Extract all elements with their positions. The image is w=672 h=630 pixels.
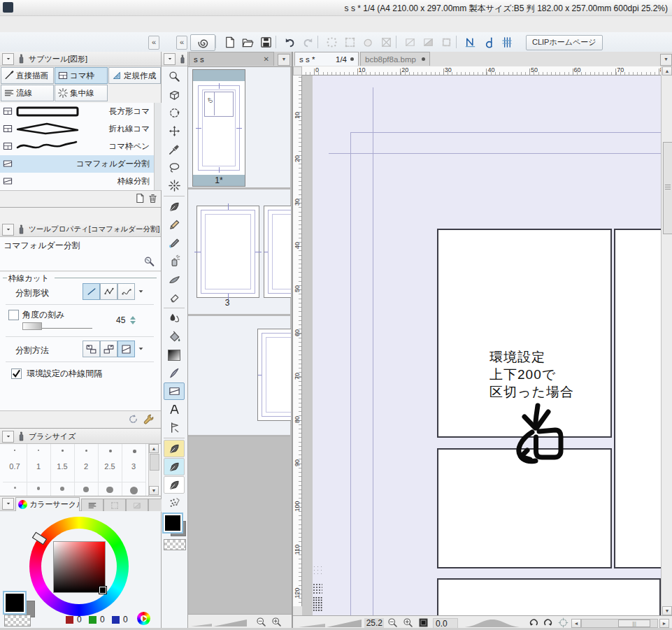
brush-size-row2[interactable] <box>50 482 75 496</box>
subtool-polyline-frame[interactable]: 折れ線コマ <box>0 120 154 138</box>
brush-size-scrollbar[interactable]: ▲▼ <box>148 444 159 496</box>
fill-tool[interactable] <box>164 328 185 345</box>
angle-spinner-down[interactable] <box>130 321 136 324</box>
scale-rotate-button[interactable] <box>378 34 394 50</box>
subtool-border-split[interactable]: 枠線分割 <box>0 173 154 191</box>
rotation-value[interactable]: 0.0 <box>433 618 458 629</box>
decoration-tool[interactable] <box>164 271 185 288</box>
brush-size-1[interactable]: 1 <box>27 444 51 482</box>
brush-tool[interactable] <box>164 234 185 252</box>
rotate-canvas-tool[interactable] <box>164 104 185 122</box>
undo-button[interactable] <box>281 34 298 50</box>
tab-color-history[interactable] <box>148 499 162 513</box>
flip-horizontal-button[interactable] <box>401 34 418 50</box>
comic-frame-bottom[interactable] <box>437 578 661 615</box>
method-dropdown[interactable] <box>136 344 145 353</box>
zoom-slider[interactable] <box>299 620 363 628</box>
canvas-hscrollbar[interactable]: ||| <box>581 619 658 628</box>
snap-to-grid-button[interactable] <box>498 34 515 50</box>
method-2-button[interactable] <box>100 341 117 357</box>
snap-to-special-ruler-button[interactable] <box>480 34 496 50</box>
tool-settings-button[interactable] <box>143 255 155 268</box>
tool-options-button[interactable] <box>143 413 155 425</box>
thumbnail-size-slider[interactable] <box>191 619 248 627</box>
subtool-rectangle-frame[interactable]: 長方形コマ <box>0 103 154 121</box>
hscroll-thumb[interactable]: ||| <box>618 620 650 627</box>
shape-dropdown[interactable] <box>136 287 145 296</box>
quick-pen-cyan-tool[interactable] <box>164 458 185 475</box>
page-thumb-4[interactable] <box>257 329 291 421</box>
tab-stream-line[interactable]: 流線 <box>1 85 54 101</box>
erase-outside-selection-button[interactable] <box>341 34 358 50</box>
zoom-in-button[interactable] <box>402 617 414 629</box>
thumbnail-dropdown[interactable]: ▼ <box>278 54 290 66</box>
save-file-button[interactable] <box>257 34 274 50</box>
method-1-button[interactable] <box>83 341 100 357</box>
figure-tool[interactable] <box>164 364 185 382</box>
page-thumb-1[interactable]: 1*ち <box>192 69 245 187</box>
subtool-frame-pen[interactable]: コマ枠ペン <box>0 138 154 156</box>
redo-button[interactable] <box>299 34 316 50</box>
angle-step-value[interactable]: 45 <box>116 315 125 325</box>
method-3-button[interactable] <box>117 341 135 357</box>
brush-size-row2[interactable] <box>98 482 122 496</box>
erase-button[interactable] <box>323 34 340 50</box>
close-icon[interactable]: ✕ <box>264 55 269 63</box>
brush-size-row2[interactable] <box>3 482 27 496</box>
brush-size-row2[interactable] <box>74 482 99 496</box>
clip-homepage-button[interactable]: CLIPホームページ <box>526 35 603 50</box>
panel-menu-button[interactable] <box>2 53 14 65</box>
transparent-color-swatch[interactable] <box>4 615 31 627</box>
panel-menu-button[interactable] <box>164 53 176 65</box>
document-tab-dropdown[interactable]: ▼ <box>660 54 672 66</box>
brush-size-row2[interactable] <box>122 482 146 496</box>
bitmap-tab[interactable]: bcb8pf8a.bmp <box>360 52 430 66</box>
brush-size-0.7[interactable]: 0.7 <box>3 444 27 482</box>
rotation-slider[interactable] <box>462 619 522 628</box>
thumb-zoom-in-button[interactable] <box>271 616 283 628</box>
clip-studio-button[interactable] <box>190 34 215 51</box>
brush-size-row2[interactable] <box>27 482 51 496</box>
subtool-frame-folder-split[interactable]: コマフォルダー分割 <box>0 155 154 173</box>
rotate-right-button[interactable] <box>542 617 554 629</box>
tab-color-wheel[interactable]: カラーサークル <box>15 497 80 511</box>
delete-subtool-button[interactable] <box>147 192 159 204</box>
correct-line-tool[interactable] <box>164 419 185 436</box>
foreground-color-swatch[interactable] <box>164 514 182 532</box>
document-tab[interactable]: s s *1/4 <box>294 52 359 66</box>
env-spacing-checkbox[interactable] <box>11 368 22 379</box>
shape-curve-button[interactable] <box>117 283 135 300</box>
brush-size-2[interactable]: 2 <box>74 444 99 482</box>
brush-size-1.5[interactable]: 1.5 <box>50 444 75 482</box>
tab-direct-draw[interactable]: 直接描画 <box>1 67 54 84</box>
angle-slider-handle[interactable] <box>22 322 42 330</box>
comic-frame-right[interactable] <box>614 229 661 568</box>
add-subtool-button[interactable] <box>134 192 146 204</box>
canvas-viewport[interactable]: 環境設定上下200で区切った場合 <box>302 76 661 615</box>
tab-frame-border[interactable]: コマ枠 <box>55 67 108 84</box>
pages-tab[interactable]: s s✕ <box>189 52 274 66</box>
zoom-percent-value[interactable]: 25.2 <box>364 618 384 629</box>
pen-tool[interactable] <box>164 198 185 215</box>
foreground-color-swatch[interactable] <box>4 592 25 613</box>
tab-saturated-line[interactable]: 集中線 <box>55 85 108 101</box>
new-canvas-button[interactable] <box>221 34 238 50</box>
tab-create-ruler[interactable]: 定規作成 <box>108 67 161 84</box>
angle-step-checkbox[interactable] <box>8 310 19 320</box>
zoom-out-button[interactable] <box>387 617 399 629</box>
frame-area-button[interactable] <box>438 34 455 50</box>
snap-to-ruler-button[interactable] <box>462 34 478 50</box>
move-tool[interactable] <box>164 122 185 140</box>
brush-size-3[interactable]: 3 <box>122 444 146 482</box>
brush-size-2.5[interactable]: 2.5 <box>98 444 122 482</box>
collapse-tool-strip-button[interactable]: « <box>176 36 187 50</box>
rotate-left-button[interactable] <box>528 617 540 629</box>
panel-menu-button[interactable] <box>2 224 14 236</box>
panel-menu-button[interactable] <box>2 431 14 443</box>
blend-tool[interactable] <box>164 310 185 327</box>
shape-polyline-button[interactable] <box>100 283 117 300</box>
airbrush-tool[interactable] <box>164 252 185 270</box>
page-thumb-3[interactable] <box>196 206 259 298</box>
page-thumb-partial[interactable] <box>264 206 291 298</box>
eraser-tool[interactable] <box>164 289 185 306</box>
